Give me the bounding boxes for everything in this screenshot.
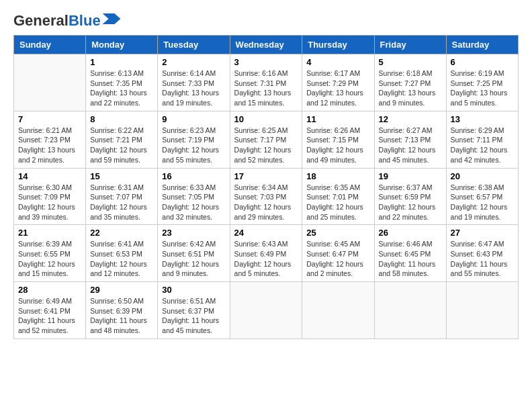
day-number: 13 <box>451 114 514 124</box>
day-info: Sunrise: 6:34 AM Sunset: 7:03 PM Dayligh… <box>234 183 298 222</box>
day-number: 20 <box>451 171 514 181</box>
day-number: 27 <box>451 228 514 238</box>
logo-icon <box>102 13 121 24</box>
page-header: GeneralBlue <box>13 13 519 28</box>
day-number: 5 <box>379 57 442 67</box>
day-info: Sunrise: 6:17 AM Sunset: 7:29 PM Dayligh… <box>306 68 369 108</box>
calendar-cell: 18Sunrise: 6:35 AM Sunset: 7:01 PM Dayli… <box>302 168 374 225</box>
day-info: Sunrise: 6:46 AM Sunset: 6:45 PM Dayligh… <box>379 239 442 279</box>
day-info: Sunrise: 6:29 AM Sunset: 7:11 PM Dayligh… <box>451 126 514 165</box>
day-number: 4 <box>306 57 369 67</box>
day-number: 11 <box>306 114 369 124</box>
day-number: 14 <box>18 171 81 181</box>
calendar-cell <box>446 282 518 339</box>
day-info: Sunrise: 6:26 AM Sunset: 7:15 PM Dayligh… <box>306 126 369 165</box>
day-info: Sunrise: 6:51 AM Sunset: 6:37 PM Dayligh… <box>162 296 225 336</box>
calendar-cell: 4Sunrise: 6:17 AM Sunset: 7:29 PM Daylig… <box>302 54 374 111</box>
calendar-cell <box>302 282 374 339</box>
day-info: Sunrise: 6:35 AM Sunset: 7:01 PM Dayligh… <box>306 183 369 222</box>
day-of-week-header: Sunday <box>14 36 86 54</box>
day-info: Sunrise: 6:50 AM Sunset: 6:39 PM Dayligh… <box>90 296 153 336</box>
day-info: Sunrise: 6:38 AM Sunset: 6:57 PM Dayligh… <box>451 183 514 222</box>
calendar-cell: 10Sunrise: 6:25 AM Sunset: 7:17 PM Dayli… <box>230 111 302 168</box>
calendar-cell: 9Sunrise: 6:23 AM Sunset: 7:19 PM Daylig… <box>158 111 230 168</box>
calendar-cell: 30Sunrise: 6:51 AM Sunset: 6:37 PM Dayli… <box>158 282 230 339</box>
calendar-cell: 8Sunrise: 6:22 AM Sunset: 7:21 PM Daylig… <box>86 111 158 168</box>
day-info: Sunrise: 6:25 AM Sunset: 7:17 PM Dayligh… <box>234 126 298 165</box>
calendar-cell: 13Sunrise: 6:29 AM Sunset: 7:11 PM Dayli… <box>446 111 518 168</box>
day-of-week-header: Thursday <box>302 36 374 54</box>
calendar-week-row: 14Sunrise: 6:30 AM Sunset: 7:09 PM Dayli… <box>14 168 519 225</box>
calendar-table: SundayMondayTuesdayWednesdayThursdayFrid… <box>13 35 519 339</box>
day-info: Sunrise: 6:42 AM Sunset: 6:51 PM Dayligh… <box>162 239 225 279</box>
calendar-cell: 1Sunrise: 6:13 AM Sunset: 7:35 PM Daylig… <box>86 54 158 111</box>
calendar-cell: 23Sunrise: 6:42 AM Sunset: 6:51 PM Dayli… <box>158 225 230 282</box>
day-number: 28 <box>18 285 81 295</box>
day-number: 7 <box>18 114 81 124</box>
calendar-cell: 26Sunrise: 6:46 AM Sunset: 6:45 PM Dayli… <box>374 225 446 282</box>
day-info: Sunrise: 6:45 AM Sunset: 6:47 PM Dayligh… <box>306 239 369 279</box>
calendar-week-row: 7Sunrise: 6:21 AM Sunset: 7:23 PM Daylig… <box>14 111 519 168</box>
day-info: Sunrise: 6:18 AM Sunset: 7:27 PM Dayligh… <box>379 68 442 108</box>
day-info: Sunrise: 6:43 AM Sunset: 6:49 PM Dayligh… <box>234 239 298 279</box>
calendar-cell <box>374 282 446 339</box>
calendar-week-row: 1Sunrise: 6:13 AM Sunset: 7:35 PM Daylig… <box>14 54 519 111</box>
day-number: 22 <box>90 228 153 238</box>
calendar-cell: 22Sunrise: 6:41 AM Sunset: 6:53 PM Dayli… <box>86 225 158 282</box>
day-number: 23 <box>162 228 225 238</box>
day-info: Sunrise: 6:33 AM Sunset: 7:05 PM Dayligh… <box>162 183 225 222</box>
calendar-cell: 15Sunrise: 6:31 AM Sunset: 7:07 PM Dayli… <box>86 168 158 225</box>
day-info: Sunrise: 6:13 AM Sunset: 7:35 PM Dayligh… <box>90 68 153 108</box>
day-number: 6 <box>451 57 514 67</box>
day-info: Sunrise: 6:16 AM Sunset: 7:31 PM Dayligh… <box>234 68 298 108</box>
day-number: 12 <box>379 114 442 124</box>
calendar-cell: 6Sunrise: 6:19 AM Sunset: 7:25 PM Daylig… <box>446 54 518 111</box>
day-info: Sunrise: 6:49 AM Sunset: 6:41 PM Dayligh… <box>18 296 81 336</box>
day-info: Sunrise: 6:22 AM Sunset: 7:21 PM Dayligh… <box>90 126 153 165</box>
calendar-cell: 7Sunrise: 6:21 AM Sunset: 7:23 PM Daylig… <box>14 111 86 168</box>
day-number: 16 <box>162 171 225 181</box>
day-info: Sunrise: 6:31 AM Sunset: 7:07 PM Dayligh… <box>90 183 153 222</box>
calendar-week-row: 28Sunrise: 6:49 AM Sunset: 6:41 PM Dayli… <box>14 282 519 339</box>
day-number: 26 <box>379 228 442 238</box>
logo: GeneralBlue <box>13 13 121 28</box>
day-number: 17 <box>234 171 298 181</box>
day-info: Sunrise: 6:19 AM Sunset: 7:25 PM Dayligh… <box>451 68 514 108</box>
calendar-cell: 24Sunrise: 6:43 AM Sunset: 6:49 PM Dayli… <box>230 225 302 282</box>
calendar-week-row: 21Sunrise: 6:39 AM Sunset: 6:55 PM Dayli… <box>14 225 519 282</box>
day-of-week-header: Tuesday <box>158 36 230 54</box>
day-number: 21 <box>18 228 81 238</box>
day-of-week-header: Saturday <box>446 36 518 54</box>
day-number: 25 <box>306 228 369 238</box>
day-info: Sunrise: 6:37 AM Sunset: 6:59 PM Dayligh… <box>379 183 442 222</box>
calendar-cell: 5Sunrise: 6:18 AM Sunset: 7:27 PM Daylig… <box>374 54 446 111</box>
calendar-cell: 20Sunrise: 6:38 AM Sunset: 6:57 PM Dayli… <box>446 168 518 225</box>
day-of-week-header: Wednesday <box>230 36 302 54</box>
day-info: Sunrise: 6:41 AM Sunset: 6:53 PM Dayligh… <box>90 239 153 279</box>
day-number: 1 <box>90 57 153 67</box>
day-info: Sunrise: 6:14 AM Sunset: 7:33 PM Dayligh… <box>162 68 225 108</box>
day-number: 3 <box>234 57 298 67</box>
day-number: 29 <box>90 285 153 295</box>
day-number: 24 <box>234 228 298 238</box>
calendar-cell: 12Sunrise: 6:27 AM Sunset: 7:13 PM Dayli… <box>374 111 446 168</box>
svg-marker-0 <box>102 13 120 24</box>
day-info: Sunrise: 6:23 AM Sunset: 7:19 PM Dayligh… <box>162 126 225 165</box>
calendar-header-row: SundayMondayTuesdayWednesdayThursdayFrid… <box>14 36 519 54</box>
day-number: 18 <box>306 171 369 181</box>
calendar-cell: 14Sunrise: 6:30 AM Sunset: 7:09 PM Dayli… <box>14 168 86 225</box>
logo-text: GeneralBlue <box>13 13 101 28</box>
day-of-week-header: Monday <box>86 36 158 54</box>
calendar-cell: 19Sunrise: 6:37 AM Sunset: 6:59 PM Dayli… <box>374 168 446 225</box>
calendar-cell: 17Sunrise: 6:34 AM Sunset: 7:03 PM Dayli… <box>230 168 302 225</box>
day-info: Sunrise: 6:47 AM Sunset: 6:43 PM Dayligh… <box>451 239 514 279</box>
day-info: Sunrise: 6:27 AM Sunset: 7:13 PM Dayligh… <box>379 126 442 165</box>
calendar-cell: 16Sunrise: 6:33 AM Sunset: 7:05 PM Dayli… <box>158 168 230 225</box>
calendar-cell: 28Sunrise: 6:49 AM Sunset: 6:41 PM Dayli… <box>14 282 86 339</box>
calendar-cell: 25Sunrise: 6:45 AM Sunset: 6:47 PM Dayli… <box>302 225 374 282</box>
calendar-cell: 21Sunrise: 6:39 AM Sunset: 6:55 PM Dayli… <box>14 225 86 282</box>
day-number: 19 <box>379 171 442 181</box>
day-info: Sunrise: 6:30 AM Sunset: 7:09 PM Dayligh… <box>18 183 81 222</box>
day-number: 10 <box>234 114 298 124</box>
day-number: 8 <box>90 114 153 124</box>
